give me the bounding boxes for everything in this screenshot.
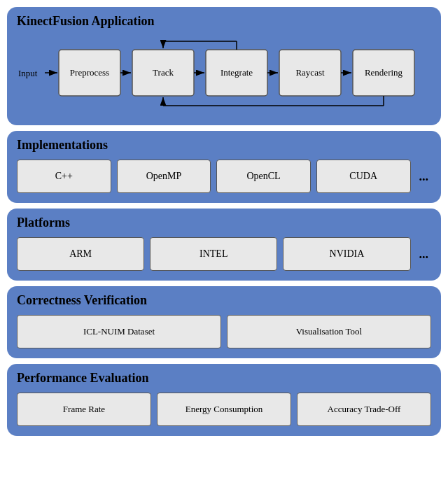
performance-energy: Energy Consumption [157, 393, 291, 426]
platform-intel: INTEL [150, 237, 277, 271]
integrate-label: Integrate [220, 67, 253, 78]
performance-framerate: Frame Rate [17, 393, 151, 426]
platform-arm: ARM [17, 237, 144, 271]
implementations-ellipsis: ... [416, 169, 432, 184]
performance-items: Frame Rate Energy Consumption Accuracy T… [17, 393, 431, 426]
performance-title: Performance Evaluation [17, 371, 431, 386]
track-label: Track [153, 67, 174, 78]
raycast-label: Raycast [295, 67, 325, 78]
correctness-vis: Visualisation Tool [227, 315, 431, 348]
platforms-items: ARM INTEL NVIDIA ... [17, 237, 431, 271]
platforms-title: Platforms [17, 216, 431, 230]
correctness-section: Correctness Verification ICL-NUIM Datase… [7, 286, 441, 358]
implementations-title: Implementations [17, 138, 431, 153]
input-label: Input [18, 68, 38, 78]
platform-nvidia: NVIDIA [283, 237, 410, 271]
correctness-items: ICL-NUIM Dataset Visualisation Tool [17, 315, 431, 348]
correctness-icl: ICL-NUIM Dataset [17, 315, 221, 348]
kinectfusion-title: KinectFusion Application [17, 14, 431, 29]
pipeline-svg: Input Preprocess Track Integrate Raycast [17, 36, 444, 113]
correctness-title: Correctness Verification [17, 293, 431, 308]
impl-cuda: CUDA [316, 160, 411, 193]
impl-opencl: OpenCL [216, 160, 311, 193]
rendering-label: Rendering [365, 67, 403, 78]
impl-openmp: OpenMP [117, 160, 211, 193]
impl-cpp: C++ [17, 160, 111, 193]
implementations-section: Implementations C++ OpenMP OpenCL CUDA .… [7, 131, 441, 203]
platforms-ellipsis: ... [416, 247, 432, 262]
platforms-section: Platforms ARM INTEL NVIDIA ... [7, 209, 441, 281]
implementations-items: C++ OpenMP OpenCL CUDA ... [17, 160, 431, 193]
performance-section: Performance Evaluation Frame Rate Energy… [7, 364, 441, 436]
preprocess-label: Preprocess [70, 67, 109, 78]
kinectfusion-section: KinectFusion Application Input Preproces… [7, 7, 441, 125]
performance-accuracy: Accuracy Trade-Off [297, 393, 431, 426]
pipeline-wrapper: Input Preprocess Track Integrate Raycast [17, 36, 431, 115]
